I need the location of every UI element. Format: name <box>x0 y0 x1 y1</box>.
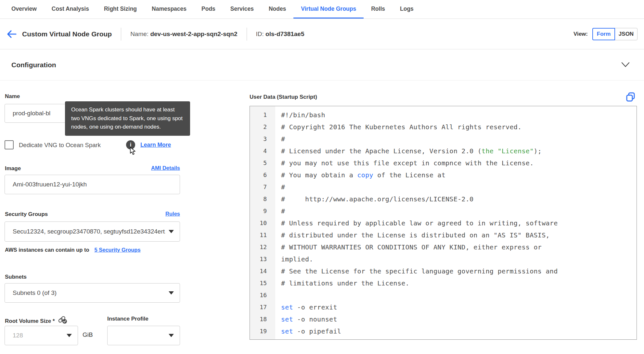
tab-pods[interactable]: Pods <box>194 0 223 19</box>
view-json-button[interactable]: JSON <box>615 28 638 40</box>
root-volume-size-text: Root Volume Size * <box>5 318 55 324</box>
subnets-label: Subnets <box>5 274 27 280</box>
code-text: # See the License for the specific langu… <box>275 267 558 275</box>
root-volume-size-placeholder: 128 <box>13 332 23 339</box>
code-line: 10# Unless required by applicable law or… <box>250 217 637 229</box>
caret-down-icon <box>169 291 174 295</box>
learn-more-text: Learn More <box>140 142 171 148</box>
line-number: 15 <box>250 277 275 289</box>
code-line: 19set -o pipefail <box>250 325 637 337</box>
vng-name-label: Name: <box>130 31 148 37</box>
virtual-node-group-page: OverviewCost AnalysisRight SizingNamespa… <box>0 0 644 354</box>
tab-namespaces[interactable]: Namespaces <box>144 0 194 19</box>
ami-details-link[interactable]: AMI Details <box>5 165 180 171</box>
tab-cost-analysis[interactable]: Cost Analysis <box>44 0 97 19</box>
code-text: implied. <box>275 255 313 263</box>
tab-rolls[interactable]: Rolls <box>364 0 393 19</box>
caret-down-icon <box>169 230 174 233</box>
code-line: 18set -o nounset <box>250 313 637 325</box>
line-number: 8 <box>250 193 275 205</box>
line-number: 17 <box>250 301 275 313</box>
tab-virtual-node-groups[interactable]: Virtual Node Groups <box>293 0 364 19</box>
ami-details-text: AMI Details <box>151 165 180 171</box>
code-text: # you may not use this file except in co… <box>275 159 534 167</box>
code-line: 15# limitations under the License. <box>250 277 637 289</box>
code-rows: 1#!/bin/bash2# Copyright 2016 The Kubern… <box>250 106 637 337</box>
five-security-groups-link[interactable]: 5 Security Groups <box>94 247 140 253</box>
user-data-editor[interactable]: 1#!/bin/bash2# Copyright 2016 The Kubern… <box>250 106 637 340</box>
line-number: 10 <box>250 217 275 229</box>
code-text: # Licensed under the Apache License, Ver… <box>275 147 542 155</box>
name-input-value: prod-global-bl <box>13 110 50 117</box>
code-line: 3# <box>250 133 637 145</box>
line-number: 3 <box>250 133 275 145</box>
subnets-select[interactable]: Subnets 0 (of 3) <box>5 283 180 303</box>
view-toggle: Form JSON <box>592 28 638 40</box>
line-number: 1 <box>250 109 275 121</box>
line-number: 14 <box>250 265 275 277</box>
code-text: # http://www.apache.org/licenses/LICENSE… <box>275 195 473 203</box>
tab-logs[interactable]: Logs <box>393 0 421 19</box>
code-text: set -o nounset <box>275 315 337 323</box>
code-line: 11# distributed under the License is dis… <box>250 229 637 241</box>
image-input-value: Ami-003fruuen12-yui-10jkh <box>13 181 87 188</box>
code-line: 7# <box>250 181 637 193</box>
code-line: 1#!/bin/bash <box>250 109 637 121</box>
vng-id-value: ols-d7381ae5 <box>265 31 304 37</box>
tab-services[interactable]: Services <box>223 0 261 19</box>
divider <box>121 28 121 41</box>
caret-down-icon <box>67 334 72 337</box>
code-text: # You may obtain a copy of the License a… <box>275 171 445 179</box>
instance-profile-select[interactable] <box>107 326 180 345</box>
code-line: 16 <box>250 289 637 301</box>
dedicate-vng-checkbox[interactable] <box>5 140 14 149</box>
line-number: 5 <box>250 157 275 169</box>
view-form-button[interactable]: Form <box>592 28 615 40</box>
hint-text: AWS instances can contain up to <box>5 247 89 253</box>
view-label: View: <box>573 31 588 37</box>
tab-bar: OverviewCost AnalysisRight SizingNamespa… <box>0 0 644 19</box>
code-line: 13implied. <box>250 253 637 265</box>
subnets-value: Subnets 0 (of 3) <box>13 289 57 297</box>
code-line: 17set -o errexit <box>250 301 637 313</box>
line-number: 9 <box>250 205 275 217</box>
image-input[interactable]: Ami-003fruuen12-yui-10jkh <box>5 175 180 194</box>
rules-text: Rules <box>165 211 180 217</box>
code-text: # distributed under the License is distr… <box>275 231 550 239</box>
code-text: set -o pipefail <box>275 327 341 335</box>
line-number: 16 <box>250 289 275 301</box>
name-label: Name <box>5 93 20 100</box>
collapse-toggle[interactable] <box>621 62 630 68</box>
copy-icon[interactable] <box>626 92 636 104</box>
tab-overview[interactable]: Overview <box>4 0 44 19</box>
page-title: Custom Virtual Node Group <box>22 30 112 38</box>
root-volume-size-label: Root Volume Size * <box>5 316 68 326</box>
line-number: 12 <box>250 241 275 253</box>
line-number: 18 <box>250 313 275 325</box>
divider <box>247 28 247 41</box>
line-number: 4 <box>250 145 275 157</box>
tab-nodes[interactable]: Nodes <box>261 0 293 19</box>
line-number: 6 <box>250 169 275 181</box>
code-text: # <box>275 207 285 215</box>
tab-right-sizing[interactable]: Right Sizing <box>97 0 144 19</box>
line-number: 13 <box>250 253 275 265</box>
line-number: 2 <box>250 121 275 133</box>
chevron-down-icon <box>621 62 630 68</box>
code-text: # Unless required by applicable law or a… <box>275 219 558 227</box>
caret-down-icon <box>169 334 174 337</box>
code-line: 9# <box>250 205 637 217</box>
rules-link[interactable]: Rules <box>5 211 180 217</box>
code-text: # <box>275 183 285 191</box>
security-groups-hint: AWS instances can contain up to 5 Securi… <box>5 247 141 253</box>
security-groups-select[interactable]: Secu12324, secgroup23470870, segtuyfsd12… <box>5 221 180 242</box>
code-text: # limitations under the License. <box>275 279 409 287</box>
back-button[interactable] <box>6 29 18 39</box>
root-volume-size-select[interactable]: 128 <box>5 326 78 345</box>
vng-id: ID: ols-d7381ae5 <box>256 31 304 38</box>
page-header: Custom Virtual Node Group Name: dev-us-w… <box>0 19 644 49</box>
arrow-left-icon <box>6 30 17 39</box>
learn-more-link[interactable]: Learn More <box>140 142 171 148</box>
line-number: 19 <box>250 325 275 337</box>
code-text: set -o errexit <box>275 303 337 311</box>
